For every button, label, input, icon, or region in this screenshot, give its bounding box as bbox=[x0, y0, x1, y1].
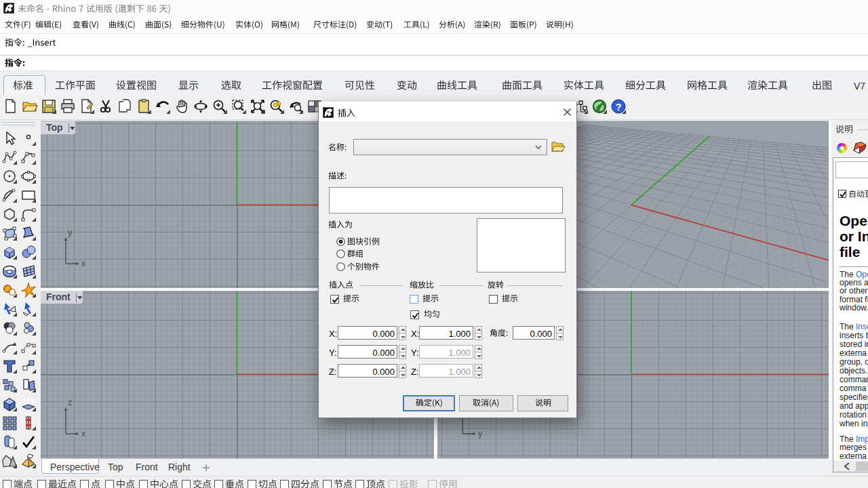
svg-text:y: y bbox=[478, 429, 483, 439]
svg-text:?: ? bbox=[615, 101, 621, 113]
svg-text:z: z bbox=[68, 398, 72, 407]
svg-text:x: x bbox=[81, 429, 86, 439]
svg-text:y: y bbox=[68, 228, 73, 237]
svg-text:x: x bbox=[81, 259, 86, 268]
